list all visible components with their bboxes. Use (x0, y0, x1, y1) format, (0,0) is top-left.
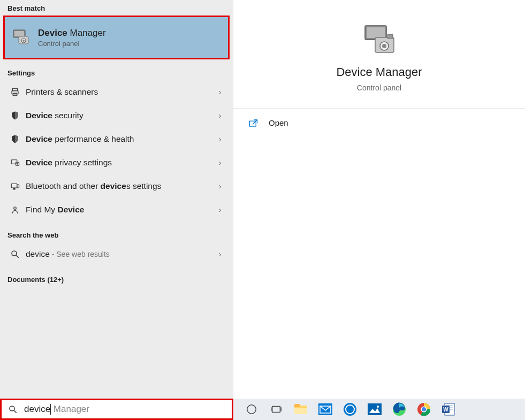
chevron-right-icon: › (215, 205, 225, 214)
chevron-right-icon: › (215, 250, 225, 258)
svg-point-14 (14, 207, 17, 210)
settings-printers-scanners[interactable]: Printers & scanners › (0, 80, 233, 104)
svg-point-38 (346, 406, 354, 413)
search-web-header: Search the web (0, 227, 233, 242)
search-text: device Manager (24, 404, 89, 415)
taskbar: W (233, 399, 525, 420)
search-results-panel: Best match Device Manager Control panel … (0, 0, 233, 399)
settings-header: Settings (0, 65, 233, 80)
svg-rect-12 (13, 189, 15, 190)
settings-device-security[interactable]: Device security › (0, 104, 233, 127)
details-title: Device Manager (244, 65, 514, 79)
edge-icon[interactable] (389, 399, 410, 420)
explorer-icon[interactable] (290, 399, 311, 420)
chevron-right-icon: › (215, 158, 225, 167)
documents-header: Documents (12+) (0, 271, 233, 287)
svg-point-15 (12, 251, 17, 256)
settings-device-privacy[interactable]: Device privacy settings › (0, 151, 233, 174)
privacy-icon (7, 158, 22, 167)
device-manager-large-icon (361, 21, 398, 59)
svg-point-21 (382, 44, 386, 48)
svg-rect-32 (294, 404, 300, 407)
details-panel: Device Manager Control panel Open (233, 0, 525, 399)
svg-rect-18 (367, 27, 385, 38)
web-search-device[interactable]: device - See web results › (0, 242, 233, 266)
settings-device-performance[interactable]: Device performance & health › (0, 127, 233, 151)
settings-bluetooth[interactable]: Bluetooth and other devices settings › (0, 174, 233, 198)
svg-line-24 (253, 120, 257, 124)
best-match-header: Best match (0, 0, 233, 16)
svg-line-26 (14, 410, 17, 413)
svg-rect-28 (272, 407, 280, 413)
search-icon (8, 404, 19, 414)
search-input[interactable]: device Manager (0, 399, 233, 420)
svg-point-4 (22, 40, 25, 42)
svg-point-25 (10, 406, 14, 411)
svg-rect-1 (14, 31, 24, 36)
chrome-icon[interactable] (413, 399, 435, 420)
svg-text:W: W (443, 407, 448, 413)
svg-rect-22 (387, 34, 393, 39)
open-icon (248, 119, 260, 127)
svg-rect-13 (17, 185, 19, 188)
best-match-device-manager[interactable]: Device Manager Control panel (3, 16, 230, 59)
svg-point-44 (422, 407, 426, 411)
search-icon (7, 249, 22, 259)
svg-rect-11 (11, 184, 17, 188)
svg-rect-8 (11, 160, 17, 164)
action-open-label: Open (269, 118, 288, 127)
bluetooth-icon (7, 181, 22, 191)
dell-icon[interactable] (339, 399, 361, 420)
best-match-text: Device Manager Control panel (38, 28, 106, 48)
word-icon[interactable]: W (438, 399, 459, 420)
chevron-right-icon: › (215, 182, 225, 190)
svg-line-16 (16, 255, 19, 258)
printer-icon (7, 87, 22, 97)
chevron-right-icon: › (215, 88, 225, 96)
svg-point-10 (17, 164, 18, 165)
svg-rect-39 (368, 403, 382, 415)
chevron-right-icon: › (215, 135, 225, 143)
action-open[interactable]: Open (233, 109, 525, 137)
cortana-icon[interactable] (241, 399, 262, 420)
svg-rect-7 (13, 93, 17, 96)
svg-rect-33 (294, 408, 307, 414)
settings-find-my-device[interactable]: Find My Device › (0, 198, 233, 222)
svg-point-27 (247, 405, 256, 414)
findmy-icon (7, 205, 22, 215)
svg-rect-5 (13, 88, 18, 91)
device-manager-icon (11, 28, 31, 47)
shield-icon (7, 111, 22, 120)
shield-icon (7, 134, 22, 144)
photos-icon[interactable] (364, 399, 385, 420)
chevron-right-icon: › (215, 111, 225, 120)
taskview-icon[interactable] (265, 399, 287, 420)
mail-icon[interactable] (315, 399, 336, 420)
svg-point-40 (377, 406, 379, 408)
details-subtitle: Control panel (244, 83, 514, 92)
